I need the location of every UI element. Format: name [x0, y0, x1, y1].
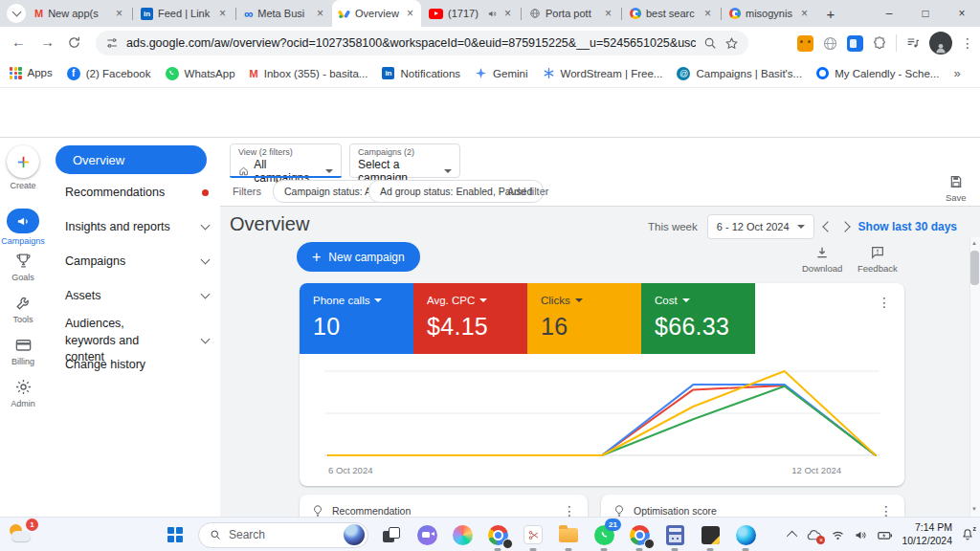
feedback-button[interactable]: Feedback	[858, 245, 898, 274]
metric-dropdown-icon[interactable]	[374, 298, 382, 302]
tab-close-icon[interactable]: ×	[799, 7, 810, 20]
window-minimize-button[interactable]: –	[871, 0, 907, 27]
address-bar[interactable]: ads.google.com/aw/overview?ocid=10273581…	[96, 31, 748, 55]
window-maximize-button[interactable]: □	[907, 0, 944, 27]
sidebar-item-change-history[interactable]: Change history	[65, 358, 209, 371]
bookmark-whatsapp[interactable]: WhatsApp	[166, 67, 235, 80]
start-button[interactable]	[163, 522, 188, 547]
bookmark-star-icon[interactable]	[724, 36, 739, 51]
calculator-button[interactable]	[662, 522, 687, 547]
search-icon[interactable]	[703, 36, 717, 50]
bookmarks-overflow-button[interactable]: »	[953, 66, 960, 80]
bookmark-linkedin-notifications[interactable]: in Notifications	[382, 67, 460, 79]
bookmark-wordstream[interactable]: WordStream | Free...	[543, 67, 663, 79]
tab-close-icon[interactable]: ×	[315, 7, 325, 20]
bookmark-campaigns[interactable]: @ Campaigns | Basit's...	[677, 67, 802, 80]
wifi-icon[interactable]	[831, 528, 845, 542]
save-button[interactable]: Save	[946, 174, 967, 203]
add-filter-button[interactable]: Add filter	[507, 186, 548, 197]
forward-button[interactable]: →	[40, 33, 55, 50]
battery-icon[interactable]	[877, 527, 893, 543]
bookmark-facebook[interactable]: f (2) Facebook	[67, 67, 151, 80]
tab-close-icon[interactable]: ×	[502, 7, 513, 20]
whatsapp-button[interactable]: 21	[591, 522, 616, 547]
browser-profile-avatar[interactable]	[929, 32, 952, 55]
metric-dropdown-icon[interactable]	[575, 298, 583, 302]
task-view-button[interactable]	[379, 522, 404, 547]
tab-google-search-1[interactable]: best searc ×	[624, 0, 719, 27]
tab-close-icon[interactable]: ×	[405, 7, 415, 20]
browser-menu-icon[interactable]: ⋮	[961, 35, 974, 51]
date-range-selector[interactable]: 6 - 12 Oct 2024	[707, 214, 814, 239]
sidebar-item-insights-reports[interactable]: Insights and reports	[65, 220, 209, 233]
tab-meta-business[interactable]: ∞ Meta Busi ×	[238, 0, 331, 27]
metric-card-avg-cpc[interactable]: Avg. CPC $4.15	[413, 283, 527, 354]
next-period-button[interactable]	[839, 221, 850, 231]
rail-item-tools[interactable]: Tools	[0, 294, 46, 324]
extension-globe-icon[interactable]	[822, 35, 838, 52]
chat-button[interactable]	[414, 522, 439, 547]
tab-youtube[interactable]: (1717) ×	[423, 0, 519, 27]
volume-icon[interactable]	[854, 528, 868, 542]
taskbar-clock[interactable]: 7:14 PM 10/12/2024	[902, 521, 952, 547]
bookmark-gmail-inbox[interactable]: M Inbox (355) - basita...	[250, 68, 368, 79]
extension-robot-icon[interactable]	[797, 35, 813, 52]
media-controls-icon[interactable]	[905, 35, 921, 51]
sidebar-item-campaigns[interactable]: Campaigns	[65, 254, 209, 268]
show-last-30-days-link[interactable]: Show last 30 days	[858, 220, 957, 233]
rail-item-admin[interactable]: Admin	[0, 378, 46, 408]
card-menu-icon[interactable]: ⋮	[563, 503, 576, 517]
notes-app-button[interactable]	[698, 522, 723, 547]
taskbar-weather-widget[interactable]: 1	[8, 522, 36, 547]
metric-card-cost[interactable]: Cost $66.33	[641, 283, 755, 354]
chrome-profile2-button[interactable]	[627, 522, 652, 547]
tab-linkedin-feed[interactable]: in Feed | Link ×	[135, 0, 234, 27]
file-explorer-button[interactable]	[556, 522, 581, 547]
bing-daily-image[interactable]	[344, 524, 365, 545]
extension-blue-icon[interactable]	[847, 35, 863, 52]
recommendation-card[interactable]: Recommendation ⋮	[300, 495, 588, 517]
scroll-down-arrow[interactable]: ▼	[971, 506, 977, 512]
new-campaign-button[interactable]: + New campaign	[297, 242, 420, 272]
sidebar-item-recommendations[interactable]: Recommendations	[65, 186, 209, 199]
tab-google-ads-overview[interactable]: Overview - ×	[332, 0, 421, 27]
previous-period-button[interactable]	[822, 221, 833, 231]
tab-close-icon[interactable]: ×	[114, 7, 124, 20]
site-settings-icon[interactable]	[105, 36, 119, 50]
notification-bell-button[interactable]: z	[961, 528, 974, 541]
scroll-up-arrow[interactable]: ▲	[971, 240, 977, 246]
rail-item-billing[interactable]: Billing	[0, 336, 46, 366]
sidebar-item-assets[interactable]: Assets	[65, 289, 209, 302]
metric-dropdown-icon[interactable]	[682, 298, 690, 302]
campaign-selector[interactable]: Campaigns (2) Select a campaign	[349, 143, 460, 178]
tray-expand-icon[interactable]	[787, 531, 797, 541]
tab-close-icon[interactable]: ×	[603, 7, 613, 20]
rail-item-campaigns[interactable]: Campaigns	[0, 209, 46, 246]
tab-search-button[interactable]	[7, 4, 26, 23]
reload-button[interactable]	[67, 35, 81, 50]
rail-item-create[interactable]: Create	[0, 145, 46, 190]
card-menu-icon[interactable]: ⋮	[880, 503, 893, 517]
bookmark-gemini[interactable]: Gemini	[475, 67, 527, 79]
metric-card-clicks[interactable]: Clicks 16	[527, 283, 641, 354]
optimisation-score-card[interactable]: Optimisation score ⋮	[601, 495, 904, 517]
bookmark-apps[interactable]: Apps	[10, 67, 53, 79]
card-menu-icon[interactable]: ⋮	[878, 295, 891, 310]
tab-close-icon[interactable]: ×	[702, 7, 713, 20]
scrollbar-thumb[interactable]	[970, 251, 979, 285]
window-close-button[interactable]: ×	[944, 0, 980, 27]
tab-google-search-2[interactable]: misogynis ×	[724, 0, 815, 27]
bookmark-calendly[interactable]: My Calendly - Sche...	[816, 67, 939, 79]
copilot-button[interactable]	[450, 522, 475, 547]
snipping-tool-button[interactable]	[521, 522, 546, 547]
onedrive-icon[interactable]: ×	[806, 527, 822, 543]
new-tab-button[interactable]: +	[819, 0, 842, 27]
rail-item-goals[interactable]: Goals	[0, 252, 46, 282]
extensions-puzzle-icon[interactable]	[872, 35, 887, 51]
sidebar-item-overview[interactable]: Overview	[56, 145, 207, 174]
tab-gmail[interactable]: M New app(s ×	[29, 0, 130, 27]
tab-close-icon[interactable]: ×	[217, 7, 228, 20]
taskbar-search[interactable]: Search	[198, 522, 368, 548]
tab-audio-icon[interactable]	[487, 9, 498, 19]
metric-card-phone-calls[interactable]: Phone calls 10	[300, 283, 413, 354]
